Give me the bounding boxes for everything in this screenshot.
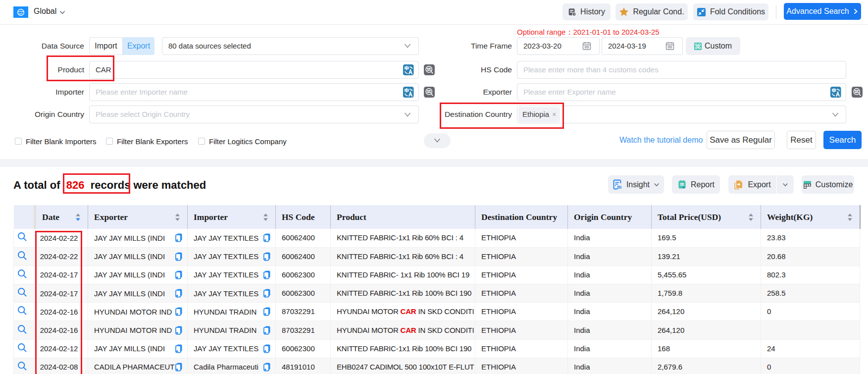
svg-text:BI: BI <box>617 185 621 190</box>
